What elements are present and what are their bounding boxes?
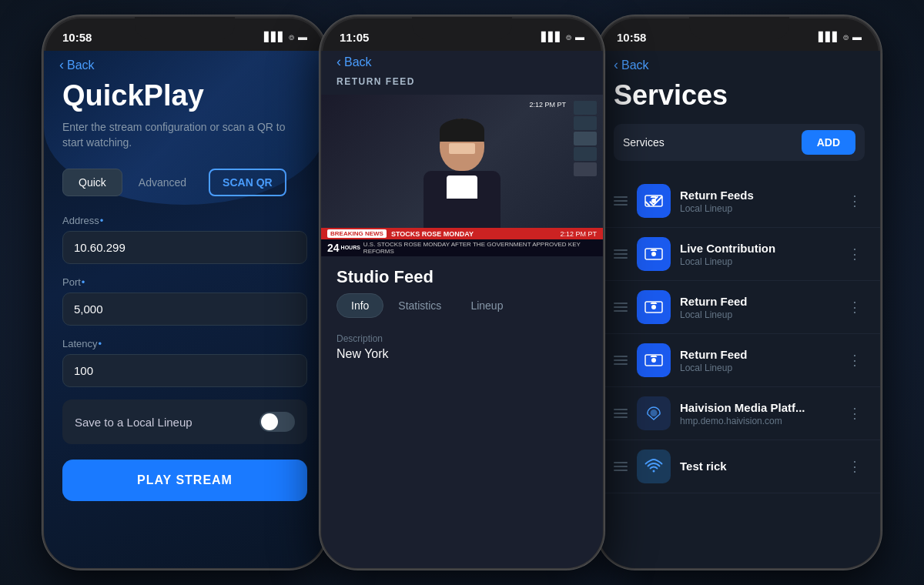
status-icons-left: ▋▋▋ ⌾ ▬ — [264, 32, 307, 42]
drag-handle-1[interactable] — [614, 196, 628, 206]
drag-handle-3[interactable] — [614, 303, 628, 312]
more-button-5[interactable]: ⋮ — [845, 402, 865, 425]
time-center: 11:05 — [340, 31, 369, 44]
drag-line — [614, 363, 628, 365]
app-subtitle: Enter the stream configuration or scan a… — [62, 120, 307, 150]
feed-title: RETURN FEED — [336, 76, 588, 87]
ticker-top: BREAKING NEWS STOCKS ROSE MONDAY 2:12 PM… — [321, 228, 603, 239]
more-button-4[interactable]: ⋮ — [845, 349, 865, 372]
back-chevron-icon: ‹ — [59, 57, 64, 73]
battery-icon-c: ▬ — [575, 32, 584, 42]
service-icon-camera-4 — [637, 343, 671, 377]
phone-left: 10:58 ▋▋▋ ⌾ ▬ ‹ Back QuickPlay Enter the… — [42, 15, 327, 570]
toggle-switch[interactable] — [259, 412, 295, 432]
latency-field-group: Latency• 100 — [62, 338, 307, 387]
services-toolbar: Services ADD — [614, 124, 865, 161]
address-required: • — [100, 215, 104, 226]
service-item-test-rick[interactable]: Test rick ⋮ — [598, 440, 880, 493]
drag-line — [614, 409, 628, 410]
port-input[interactable]: 5,000 — [62, 292, 307, 326]
toggle-label: Save to a Local Lineup — [75, 416, 192, 429]
more-button-6[interactable]: ⋮ — [845, 455, 865, 478]
drag-handle-6[interactable] — [614, 462, 628, 471]
drag-line — [614, 359, 628, 361]
svg-point-1 — [651, 199, 656, 203]
battery-icon: ▬ — [298, 32, 307, 42]
latency-label: Latency• — [62, 338, 307, 349]
back-button-right[interactable]: ‹ Back — [614, 54, 865, 76]
service-info-1: Return Feeds Local Lineup — [680, 189, 835, 214]
service-item-live-contribution[interactable]: Live Contribution Local Lineup ⋮ — [598, 228, 880, 281]
service-info-3: Return Feed Local Lineup — [680, 295, 835, 320]
anchor-figure — [424, 119, 500, 232]
more-button-3[interactable]: ⋮ — [845, 296, 865, 319]
back-button-center[interactable]: ‹ Back — [336, 54, 588, 73]
camera-svg-3 — [644, 298, 663, 316]
drag-handle-4[interactable] — [614, 356, 628, 365]
more-button-2[interactable]: ⋮ — [845, 242, 865, 266]
add-button[interactable]: ADD — [802, 130, 855, 155]
latency-required: • — [99, 338, 102, 349]
svg-point-8 — [653, 470, 655, 473]
service-item-return-feeds[interactable]: Return Feeds Local Lineup ⋮ — [598, 175, 880, 228]
back-chevron-right: ‹ — [614, 57, 618, 73]
drag-line — [614, 257, 628, 259]
anchor-shirt — [447, 176, 477, 199]
drag-line — [614, 462, 628, 463]
advanced-mode-button[interactable]: Advanced — [122, 169, 203, 196]
mode-toggle: Quick Advanced SCAN QR — [62, 169, 307, 196]
service-sub-1: Local Lineup — [680, 203, 835, 214]
signal-icon-c: ▋▋▋ — [541, 32, 562, 42]
service-item-return-feed-4[interactable]: Return Feed Local Lineup ⋮ — [598, 334, 880, 387]
video-player[interactable]: 2:12 PM PT BREAKING NEWS STOCKS ROSE MON… — [321, 95, 603, 256]
address-label: Address• — [62, 215, 307, 226]
signal-icon-r: ▋▋▋ — [819, 32, 839, 42]
quick-mode-button[interactable]: Quick — [62, 169, 122, 196]
service-sub-3: Local Lineup — [680, 309, 835, 320]
description-label: Description — [336, 333, 588, 344]
drag-line — [614, 416, 628, 418]
channel-number: 24 — [327, 242, 340, 254]
service-icon-camera-3 — [637, 290, 671, 324]
drag-line — [614, 253, 628, 255]
back-button-left[interactable]: ‹ Back — [44, 51, 326, 79]
tab-statistics[interactable]: Statistics — [383, 293, 456, 318]
phone-center: 11:05 ▋▋▋ ⌾ ▬ ‹ Back RETURN FEED — [320, 15, 604, 570]
service-item-haivision[interactable]: Haivision Media Platf... hmp.demo.haivis… — [598, 387, 880, 440]
notch-center — [412, 17, 512, 38]
tab-lineup[interactable]: Lineup — [456, 293, 517, 318]
drag-line — [614, 249, 628, 251]
play-stream-button[interactable]: PLAY STREAM — [62, 460, 307, 501]
camera-svg-4 — [644, 351, 663, 369]
back-label-center: Back — [344, 55, 372, 69]
scan-qr-button[interactable]: SCAN QR — [209, 169, 286, 196]
service-name-6: Test rick — [680, 460, 835, 473]
video-background: 2:12 PM PT BREAKING NEWS STOCKS ROSE MON… — [321, 95, 603, 256]
port-field-group: Port• 5,000 — [62, 276, 307, 326]
drag-line — [614, 204, 628, 206]
more-button-1[interactable]: ⋮ — [845, 189, 865, 212]
drag-line — [614, 310, 628, 312]
info-tabs: Info Statistics Lineup — [321, 293, 603, 318]
service-item-return-feed-3[interactable]: Return Feed Local Lineup ⋮ — [598, 281, 880, 334]
service-info-4: Return Feed Local Lineup — [680, 348, 835, 373]
address-input[interactable]: 10.60.299 — [62, 231, 307, 264]
back-label-left: Back — [67, 58, 95, 72]
wifi-icon: ⌾ — [289, 32, 294, 42]
ticker-time: 2:12 PM PT — [560, 230, 597, 238]
drag-line — [614, 413, 628, 414]
drag-handle-2[interactable] — [614, 249, 628, 259]
service-name-3: Return Feed — [680, 295, 835, 308]
anchor-body — [424, 171, 500, 232]
latency-input[interactable]: 100 — [62, 354, 307, 387]
anchor-head — [440, 119, 484, 171]
service-name-4: Return Feed — [680, 348, 835, 361]
battery-icon-r: ▬ — [852, 32, 862, 42]
drag-handle-5[interactable] — [614, 409, 628, 418]
app-title: QuickPlay — [62, 79, 307, 112]
status-icons-center: ▋▋▋ ⌾ ▬ — [541, 32, 584, 42]
svg-point-3 — [651, 252, 656, 256]
haivision-svg — [644, 404, 663, 423]
screen-left: ‹ Back QuickPlay Enter the stream config… — [44, 51, 326, 568]
tab-info[interactable]: Info — [336, 293, 383, 318]
